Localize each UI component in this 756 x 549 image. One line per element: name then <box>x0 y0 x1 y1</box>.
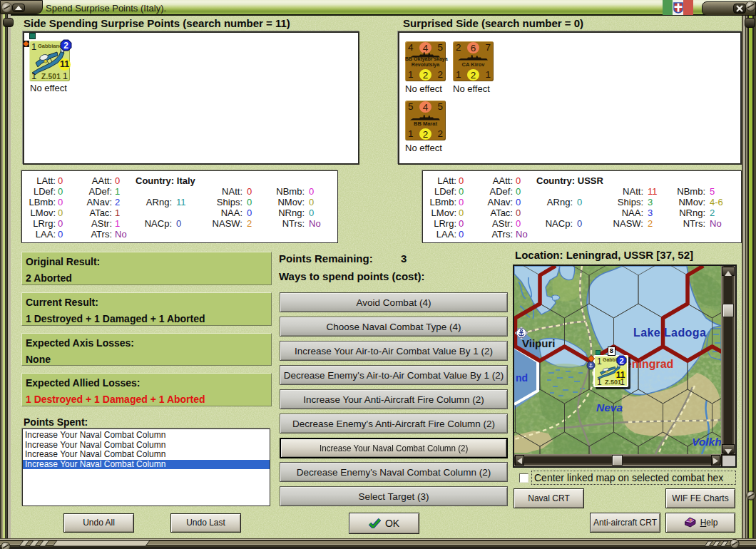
svg-text:Neva: Neva <box>596 401 623 414</box>
svg-text:nd: nd <box>516 372 528 384</box>
svg-text:Viipuri: Viipuri <box>522 337 555 349</box>
svg-text:2: 2 <box>619 356 623 365</box>
svg-text:2: 2 <box>63 41 68 51</box>
svg-text:Lake Ladoga: Lake Ladoga <box>633 327 706 339</box>
svg-text:Volkhov: Volkhov <box>692 436 721 448</box>
